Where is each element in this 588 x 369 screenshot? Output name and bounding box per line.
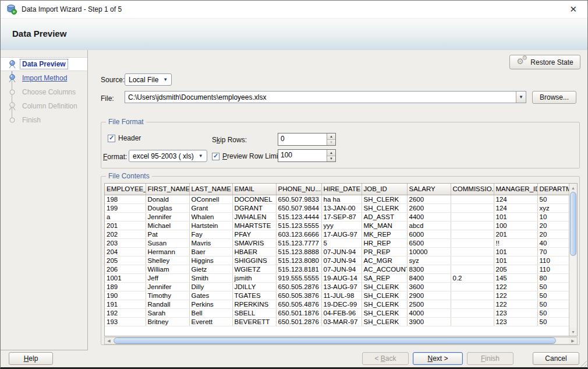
table-cell: 70 — [537, 247, 569, 256]
header-checkbox[interactable]: ✓ Header — [108, 134, 141, 142]
preview-row-limit-spinner[interactable]: 100 ▲ ▼ — [278, 149, 336, 162]
table-cell: 07-JUN-94 — [321, 265, 362, 273]
scroll-up-icon[interactable]: ▲ — [569, 184, 577, 192]
close-icon[interactable]: ✕ — [565, 4, 582, 15]
vertical-scroll-thumb[interactable] — [570, 192, 576, 256]
column-header[interactable]: PHONE_NU... — [276, 184, 321, 195]
table-cell: 8300 — [407, 265, 451, 273]
table-row[interactable]: 199DouglasGrantDGRANT650.507.984413-JAN-… — [105, 203, 569, 212]
table-row[interactable]: 202PatFayPFAY603.123.666617-AUG-97MK_REP… — [105, 230, 569, 238]
table-cell: 110 — [537, 265, 569, 273]
spinner-down-icon[interactable]: ▼ — [327, 156, 335, 162]
horizontal-scroll-thumb[interactable] — [114, 338, 556, 344]
table-row[interactable]: 206WilliamGietzWGIETZ515.123.818107-JUN-… — [105, 265, 569, 273]
table-cell — [451, 308, 494, 317]
spinner-up-icon[interactable]: ▲ — [327, 150, 335, 156]
source-label: Source: — [101, 76, 125, 84]
vertical-scroll-track[interactable] — [569, 192, 577, 328]
column-header[interactable]: JOB_ID — [362, 184, 407, 195]
source-dropdown[interactable]: Local File ▼ — [125, 73, 172, 86]
table-cell — [451, 300, 494, 308]
table-cell: OConnell — [189, 195, 232, 203]
format-dropdown[interactable]: excel 95-2003 ( xls) ▼ — [129, 150, 207, 162]
format-value: excel 95-2003 ( xls) — [133, 152, 194, 160]
scroll-left-icon[interactable]: ◀ — [105, 338, 113, 344]
scroll-down-icon[interactable]: ▼ — [569, 328, 577, 336]
table-row[interactable]: 189JenniferDillyJDILLY650.505.287613-AUG… — [105, 282, 569, 291]
table-row[interactable]: 204HermannBaerHBAER515.123.888807-JUN-94… — [105, 247, 569, 256]
spinner-down-icon[interactable]: ▼ — [327, 139, 335, 146]
table-cell: 50 — [537, 291, 569, 300]
column-header[interactable]: EMPLOYEE_ID — [105, 184, 146, 195]
column-header[interactable]: LAST_NAME — [189, 184, 232, 195]
browse-button[interactable]: Browse... — [532, 91, 576, 104]
column-header[interactable]: EMAIL — [232, 184, 276, 195]
table-cell — [451, 212, 494, 221]
sidebar-item-data-preview[interactable]: Data Preview — [1, 57, 87, 71]
next-button[interactable]: Next > — [413, 352, 463, 365]
table-cell: 124 — [494, 203, 537, 212]
table-cell: 101 — [494, 247, 537, 256]
table-row[interactable]: 192SarahBellSBELL650.501.187604-FEB-96SH… — [105, 308, 569, 317]
table-cell: Jeff — [146, 273, 189, 282]
table-row[interactable]: 1001JeffSmithjsmith919.555.555519-AUG-14… — [105, 273, 569, 282]
file-dropdown-button[interactable]: ▼ — [516, 92, 526, 103]
table-cell: 100 — [494, 221, 537, 230]
table-row[interactable]: 205ShelleyHigginsSHIGGINS515.123.808007-… — [105, 256, 569, 265]
table-cell: 124 — [494, 195, 537, 203]
vertical-scrollbar[interactable]: ▲ ▼ — [569, 184, 577, 336]
restore-state-label: Restore State — [530, 58, 573, 66]
sidebar-item-import-method[interactable]: Import Method — [1, 71, 87, 85]
table-cell: Randall — [146, 300, 189, 308]
file-path-combobox[interactable]: C:\Users\jdsmith\Documents\employees.xls… — [125, 91, 526, 103]
table-cell: 20 — [537, 221, 569, 230]
table-row[interactable]: 193BritneyEverettBEVERETT650.501.287603-… — [105, 317, 569, 326]
spinner-up-icon[interactable]: ▲ — [327, 133, 335, 139]
table-cell: yyy — [321, 221, 362, 230]
table-row[interactable]: aJenniferWhalenJWHALEN515.123.444417-SEP… — [105, 212, 569, 221]
column-header[interactable]: MANAGER_ID — [494, 184, 537, 195]
table-row[interactable]: 190TimothyGatesTGATES650.505.387611-JUL-… — [105, 291, 569, 300]
wizard-content: ⚙⚙ Restore State Source: Local File ▼ Fi… — [88, 50, 588, 350]
finish-button[interactable]: Finish — [467, 352, 513, 365]
column-header[interactable]: COMMISSIO... — [451, 184, 494, 195]
wizard-circle-gray-icon — [6, 116, 19, 125]
table-cell: 110 — [537, 256, 569, 265]
column-header[interactable]: DEPARTME... — [537, 184, 569, 195]
table-cell: RPERKINS — [232, 300, 276, 308]
preview-row-limit-checkbox[interactable]: ✓ Preview Row Limit: — [212, 152, 282, 160]
cancel-button[interactable]: Cancel — [533, 352, 579, 365]
table-cell: Susan — [146, 238, 189, 247]
table-cell: Jennifer — [146, 212, 189, 221]
column-header[interactable]: FIRST_NAME — [146, 184, 189, 195]
table-cell: abcd — [407, 221, 451, 230]
table-cell: 204 — [105, 247, 146, 256]
preview-row-limit-label: Preview Row Limit: — [222, 152, 282, 160]
data-preview-grid: EMPLOYEE_IDFIRST_NAMELAST_NAMEEMAILPHONE… — [104, 183, 578, 336]
column-header[interactable]: SALARY — [407, 184, 451, 195]
file-label: File: — [101, 94, 114, 103]
footer-button-bar: Help < Back Next > Finish Cancel — [1, 350, 587, 367]
app-database-icon — [6, 4, 17, 15]
table-row[interactable]: 198DonaldOConnellDOCONNEL650.507.9833ha … — [105, 195, 569, 203]
table-row[interactable]: 203SusanMavrisSMAVRIS515.123.77775HR_REP… — [105, 238, 569, 247]
restore-state-button[interactable]: ⚙⚙ Restore State — [509, 55, 580, 69]
column-header[interactable]: HIRE_DATE — [321, 184, 362, 195]
table-cell: Grant — [189, 203, 232, 212]
horizontal-scroll-track[interactable] — [113, 338, 569, 344]
table-cell: HR_REP — [362, 238, 407, 247]
back-button[interactable]: < Back — [362, 352, 409, 365]
table-cell — [451, 203, 494, 212]
table-cell: 3600 — [407, 282, 451, 291]
skip-rows-spinner[interactable]: 0 ▲ ▼ — [278, 133, 336, 146]
scroll-right-icon[interactable]: ▶ — [569, 338, 577, 344]
table-cell: 515.123.4444 — [276, 212, 321, 221]
table-cell: 201 — [494, 230, 537, 238]
table-row[interactable]: 191RandallPerkinsRPERKINS650.505.487619-… — [105, 300, 569, 308]
horizontal-scrollbar[interactable]: ◀ ▶ — [104, 337, 578, 345]
table-cell: SH_CLERK — [362, 203, 407, 212]
help-button[interactable]: Help — [9, 352, 53, 365]
table-row[interactable]: 201MichaelHartsteinMHARTSTE515.123.5555y… — [105, 221, 569, 230]
table-cell: 17-SEP-87 — [321, 212, 362, 221]
table-cell: 2600 — [407, 195, 451, 203]
